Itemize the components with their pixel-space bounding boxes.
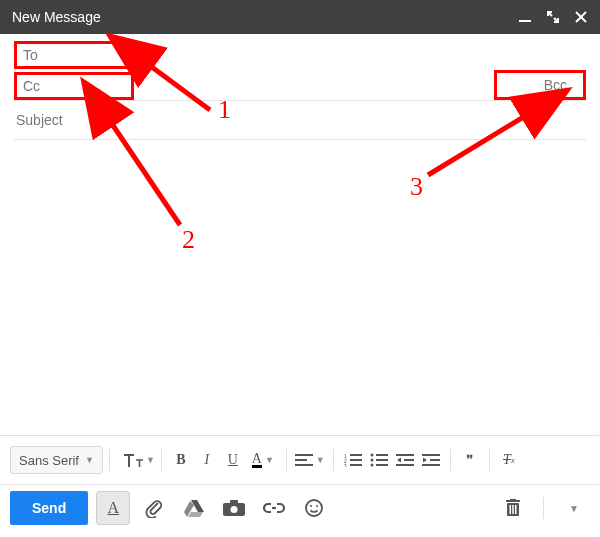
separator [109,449,110,471]
text-color-glyph: A [252,453,262,468]
remove-formatting-glyph: T [503,452,511,468]
svg-point-30 [306,500,322,516]
subject-row [14,101,586,140]
recipient-fields: To Cc Bcc [0,34,600,140]
cc-row: Cc Bcc [14,70,586,101]
insert-photo-button[interactable] [218,492,250,524]
svg-rect-35 [510,499,516,501]
svg-point-31 [310,505,312,507]
toolbars: Sans Serif ▼ ▼ B I U A ▼ [0,435,600,537]
separator [161,449,162,471]
indent-more-button[interactable] [418,447,444,473]
svg-text:3: 3 [344,463,347,467]
expand-icon[interactable] [546,10,560,24]
attach-file-button[interactable] [138,492,170,524]
align-button[interactable]: ▼ [293,447,327,473]
send-toolbar: Send A [0,485,600,537]
bcc-link[interactable]: Bcc [538,75,573,95]
remove-formatting-button[interactable]: Tx [496,447,522,473]
separator [286,449,287,471]
underline-button[interactable]: U [220,447,246,473]
chevron-down-icon: ▼ [85,455,94,465]
bcc-field-highlight: Bcc [494,70,586,100]
separator [333,449,334,471]
window-controls [518,10,588,24]
to-row: To [14,40,586,70]
chevron-down-icon: ▼ [316,455,325,465]
window-title: New Message [12,9,518,25]
font-family-picker[interactable]: Sans Serif ▼ [10,446,103,474]
cc-label: Cc [23,78,40,94]
separator [543,497,544,519]
chevron-down-icon: ▼ [265,455,274,465]
to-field-highlight: To [14,41,134,69]
separator [450,449,451,471]
svg-rect-28 [230,500,238,505]
indent-less-button[interactable] [392,447,418,473]
svg-marker-26 [188,512,203,517]
subject-input[interactable] [14,111,586,129]
close-icon[interactable] [574,10,588,24]
chevron-down-icon: ▼ [569,503,579,514]
insert-link-button[interactable] [258,492,290,524]
discard-draft-button[interactable] [497,492,529,524]
font-size-button[interactable] [116,447,150,473]
insert-drive-button[interactable] [178,492,210,524]
cc-input[interactable] [46,77,225,95]
titlebar: New Message [0,0,600,34]
compose-window: New Message To [0,0,600,537]
svg-marker-23 [423,458,427,463]
svg-rect-36 [510,505,512,514]
font-family-label: Sans Serif [19,453,79,468]
formatting-toolbar: Sans Serif ▼ ▼ B I U A ▼ [0,436,600,485]
formatting-toggle-button[interactable]: A [96,491,130,525]
svg-rect-0 [519,20,531,22]
bold-button[interactable]: B [168,447,194,473]
insert-emoji-button[interactable] [298,492,330,524]
italic-button[interactable]: I [194,447,220,473]
minimize-icon[interactable] [518,10,532,24]
svg-rect-37 [512,505,514,514]
svg-point-10 [370,454,373,457]
svg-marker-19 [397,458,401,463]
svg-point-32 [316,505,318,507]
cc-field-highlight: Cc [14,72,134,100]
right-edge-decoration [594,34,600,537]
formatting-toggle-glyph: A [107,499,119,517]
svg-rect-38 [515,505,517,514]
text-color-button[interactable]: A ▼ [246,447,280,473]
to-label: To [23,47,38,63]
quote-button[interactable]: ❞ [457,447,483,473]
bulleted-list-button[interactable] [366,447,392,473]
numbered-list-button[interactable]: 1 2 3 [340,447,366,473]
more-options-button[interactable]: ▼ [558,492,590,524]
message-body[interactable] [0,140,600,400]
chevron-down-icon: ▼ [146,455,155,465]
svg-point-29 [231,506,238,513]
svg-point-11 [370,459,373,462]
to-input[interactable] [44,46,223,64]
separator [489,449,490,471]
svg-point-12 [370,464,373,467]
send-button[interactable]: Send [10,491,88,525]
